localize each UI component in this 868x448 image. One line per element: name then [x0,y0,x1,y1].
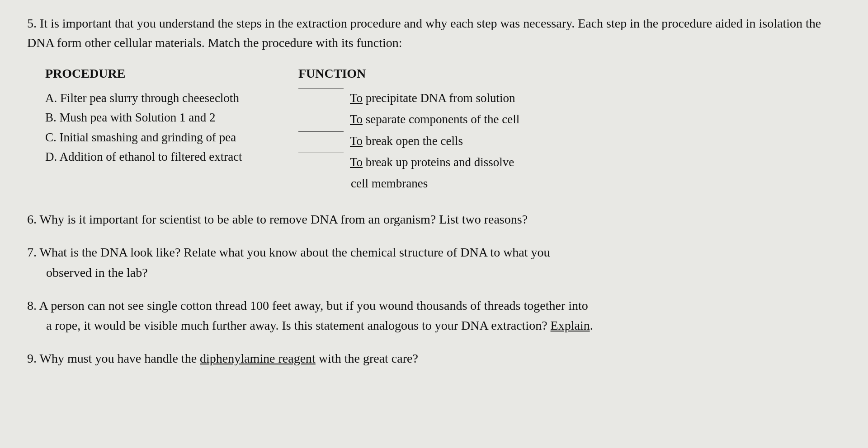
question-7: 7. What is the DNA look like? Relate wha… [27,243,841,283]
function-text-1: To precipitate DNA from solution [350,89,561,108]
function-header: FUNCTION [298,64,561,83]
blank-2 [298,110,344,110]
q7-text: What is the DNA look like? Relate what y… [40,245,550,259]
procedure-item-d: D. Addition of ethanol to filtered extra… [45,147,262,167]
match-section: PROCEDURE A. Filter pea slurry through c… [27,64,841,195]
to-underline-2: To [350,112,363,126]
q8-continuation: a rope, it would be visible much further… [27,316,841,336]
q7-continuation: observed in the lab? [27,263,841,283]
to-underline-1: To [350,91,363,105]
q5-body: It is important that you understand the … [27,16,821,50]
function-item-3: To break open the cells [298,131,561,151]
question-8: 8. A person can not see single cotton th… [27,296,841,336]
procedure-column: PROCEDURE A. Filter pea slurry through c… [45,64,262,195]
q8-number: 8. [27,299,37,313]
function-item-5-continuation: cell membranes [298,174,561,193]
function-column: FUNCTION To precipitate DNA from solutio… [298,64,561,195]
explain-underline: Explain [551,318,590,332]
question-9: 9. Why must you have handle the diphenyl… [27,349,841,369]
function-text-3: To break open the cells [350,131,561,151]
function-text-2: To separate components of the cell [350,110,561,129]
procedure-item-a: A. Filter pea slurry through cheesecloth [45,89,262,108]
q6-number: 6. [27,212,37,226]
procedure-header: PROCEDURE [45,64,262,83]
to-underline-3: To [350,134,363,148]
function-text-5: cell membranes [351,174,561,193]
q5-number: 5. [27,16,37,30]
diphenylamine-underline: diphenylamine reagent [200,351,316,365]
page: 5. It is important that you understand t… [0,0,868,448]
blank-3 [298,131,344,132]
question-5: 5. It is important that you understand t… [27,14,841,195]
to-underline-4: To [350,155,363,169]
q6-text: Why is it important for scientist to be … [40,212,528,226]
function-item-2: To separate components of the cell [298,110,561,129]
q5-text: 5. It is important that you understand t… [27,14,841,53]
q9-text: Why must you have handle the diphenylami… [40,351,418,365]
procedure-item-b: B. Mush pea with Solution 1 and 2 [45,108,262,127]
q9-number: 9. [27,351,37,365]
q7-number: 7. [27,245,37,259]
q8-text: A person can not see single cotton threa… [39,299,588,313]
procedure-item-c: C. Initial smashing and grinding of pea [45,128,262,147]
blank-4 [298,153,344,153]
function-item-1: To precipitate DNA from solution [298,89,561,108]
question-6: 6. Why is it important for scientist to … [27,210,841,230]
blank-1 [298,89,344,89]
function-item-4: To break up proteins and dissolve [298,153,561,172]
function-text-4: To break up proteins and dissolve [350,153,561,172]
